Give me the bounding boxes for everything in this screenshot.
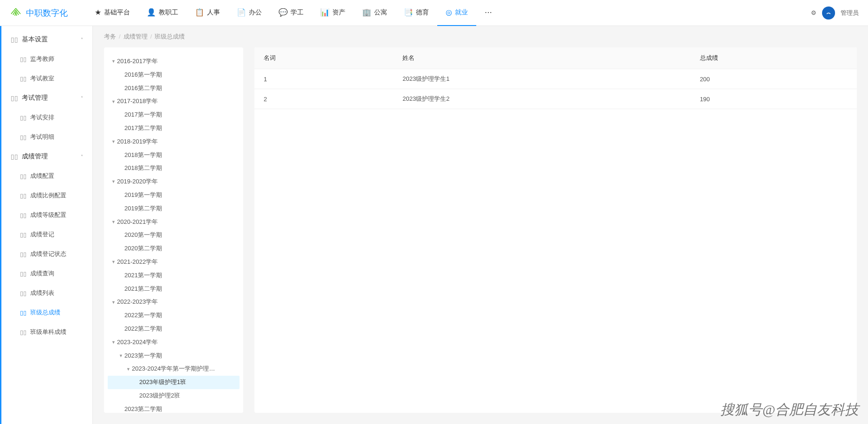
menu-title-label: 成绩管理 bbox=[22, 152, 48, 161]
tree-node[interactable]: 2023级护理2班 bbox=[108, 389, 240, 403]
tree-node[interactable]: 2022第一学期 bbox=[108, 309, 240, 322]
breadcrumb-item-0[interactable]: 考务 bbox=[104, 33, 116, 40]
tree-node[interactable]: ▼2023-2024学年第一学期护理… bbox=[108, 362, 240, 376]
top-nav-item-8[interactable]: ◎就业 bbox=[437, 0, 476, 26]
menu-item-label: 成绩等级配置 bbox=[30, 211, 66, 219]
logo[interactable]: 中职数字化 bbox=[9, 7, 68, 20]
tree-label-text: 2016第一学期 bbox=[124, 70, 162, 80]
user-name[interactable]: 管理员 bbox=[841, 9, 859, 17]
table-cell-score: 200 bbox=[691, 69, 857, 89]
avatar[interactable] bbox=[822, 7, 835, 20]
nav-label: 资产 bbox=[332, 8, 345, 17]
caret-down-icon: ▼ bbox=[111, 299, 117, 306]
tree-node[interactable]: 2018第一学期 bbox=[108, 149, 240, 162]
menu-item-1-0[interactable]: ▯▯考试安排 bbox=[1, 108, 92, 127]
book-icon: ▯▯ bbox=[20, 329, 26, 336]
tree-node[interactable]: 2016第二学期 bbox=[108, 82, 240, 95]
menu-group-0[interactable]: ▯▯基本设置˄ bbox=[1, 30, 92, 49]
nav-icon: ◎ bbox=[446, 8, 452, 17]
tree-node[interactable]: 2023第二学期 bbox=[108, 403, 240, 413]
top-nav-item-0[interactable]: ★基础平台 bbox=[86, 0, 138, 26]
tree-label-text: 2021-2022学年 bbox=[117, 257, 158, 267]
tree-label-text: 2022第二学期 bbox=[124, 324, 162, 334]
table-col-1: 姓名 bbox=[393, 47, 690, 69]
menu-item-2-6[interactable]: ▯▯成绩列表 bbox=[1, 283, 92, 303]
tree-node[interactable]: ▼2018-2019学年 bbox=[108, 135, 240, 149]
top-nav-item-1[interactable]: 👤教职工 bbox=[138, 0, 187, 26]
top-nav-item-3[interactable]: 📄办公 bbox=[228, 0, 270, 26]
tree-node[interactable]: ▼2019-2020学年 bbox=[108, 175, 240, 189]
menu-item-2-0[interactable]: ▯▯成绩配置 bbox=[1, 166, 92, 186]
tree-node[interactable]: 2019第一学期 bbox=[108, 189, 240, 202]
tree-label-text: 2022第一学期 bbox=[124, 311, 162, 320]
nav-label: 教职工 bbox=[159, 8, 178, 17]
book-icon: ▯▯ bbox=[20, 173, 26, 180]
tree-label-text: 2023第二学期 bbox=[124, 404, 162, 413]
table-cell-index: 1 bbox=[254, 69, 393, 89]
tree-node[interactable]: 2021第一学期 bbox=[108, 269, 240, 282]
tree-node[interactable]: ▼2022-2023学年 bbox=[108, 295, 240, 309]
tree-node[interactable]: ▼2020-2021学年 bbox=[108, 215, 240, 229]
menu-item-2-1[interactable]: ▯▯成绩比例配置 bbox=[1, 186, 92, 205]
menu-item-label: 班级单科成绩 bbox=[30, 328, 66, 336]
menu-item-label: 班级总成绩 bbox=[30, 308, 60, 317]
menu-item-2-2[interactable]: ▯▯成绩等级配置 bbox=[1, 205, 92, 225]
tree-label-text: 2021第一学期 bbox=[124, 271, 162, 280]
tree-node[interactable]: ▼2016-2017学年 bbox=[108, 55, 240, 68]
menu-item-label: 考试教室 bbox=[30, 74, 54, 83]
top-nav-item-9[interactable]: ⋯ bbox=[476, 0, 500, 26]
caret-down-icon: ▼ bbox=[111, 98, 117, 105]
breadcrumb-item-2: 班级总成绩 bbox=[155, 33, 185, 40]
menu-item-0-1[interactable]: ▯▯考试教室 bbox=[1, 69, 92, 88]
caret-down-icon: ▼ bbox=[111, 178, 117, 185]
menu-item-2-3[interactable]: ▯▯成绩登记 bbox=[1, 225, 92, 244]
table-row[interactable]: 12023级护理学生1200 bbox=[254, 69, 857, 89]
top-nav-item-7[interactable]: 📑德育 bbox=[395, 0, 437, 26]
menu-item-1-1[interactable]: ▯▯考试明细 bbox=[1, 127, 92, 147]
tree-node[interactable]: ▼2021-2022学年 bbox=[108, 255, 240, 269]
menu-item-2-4[interactable]: ▯▯成绩登记状态 bbox=[1, 244, 92, 264]
tree-node[interactable]: 2022第二学期 bbox=[108, 322, 240, 336]
top-nav-item-2[interactable]: 📋人事 bbox=[187, 0, 228, 26]
tree-label-text: 2023第一学期 bbox=[124, 351, 162, 361]
menu-item-2-8[interactable]: ▯▯班级单科成绩 bbox=[1, 322, 92, 342]
menu-item-label: 成绩查询 bbox=[30, 269, 54, 278]
tree-node[interactable]: ▼2017-2018学年 bbox=[108, 95, 240, 108]
tree-label-text: 2020第一学期 bbox=[124, 230, 162, 240]
menu-item-2-5[interactable]: ▯▯成绩查询 bbox=[1, 264, 92, 283]
chevron-up-icon: ˄ bbox=[81, 37, 83, 42]
table-col-2: 总成绩 bbox=[691, 47, 857, 69]
tree-node[interactable]: 2018第二学期 bbox=[108, 162, 240, 175]
top-nav-item-6[interactable]: 🏢公寓 bbox=[354, 0, 395, 26]
caret-down-icon: ▼ bbox=[111, 138, 117, 145]
tree-node[interactable]: 2021第二学期 bbox=[108, 282, 240, 296]
table-row[interactable]: 22023级护理学生2190 bbox=[254, 89, 857, 109]
top-nav-item-4[interactable]: 💬学工 bbox=[270, 0, 312, 26]
tree-node[interactable]: 2017第一学期 bbox=[108, 108, 240, 122]
tree-node[interactable]: 2020第一学期 bbox=[108, 228, 240, 242]
menu-item-0-0[interactable]: ▯▯监考教师 bbox=[1, 49, 92, 69]
tree-node[interactable]: ▼2023第一学期 bbox=[108, 349, 240, 363]
nav-icon: 👤 bbox=[147, 8, 156, 17]
gear-icon[interactable]: ⚙ bbox=[811, 9, 816, 16]
book-icon: ▯▯ bbox=[11, 153, 18, 160]
menu-item-label: 考试安排 bbox=[30, 113, 54, 122]
top-nav: ★基础平台👤教职工📋人事📄办公💬学工📊资产🏢公寓📑德育◎就业⋯ bbox=[86, 0, 811, 26]
menu-group-1[interactable]: ▯▯考试管理˄ bbox=[1, 88, 92, 108]
tree-node[interactable]: ▼2023-2024学年 bbox=[108, 336, 240, 349]
tree-label-text: 2020-2021学年 bbox=[117, 217, 158, 227]
top-nav-item-5[interactable]: 📊资产 bbox=[312, 0, 354, 26]
tree-node[interactable]: 2019第二学期 bbox=[108, 202, 240, 215]
tree-label-text: 2018第二学期 bbox=[124, 163, 162, 173]
menu-item-2-7[interactable]: ▯▯班级总成绩 bbox=[1, 303, 92, 322]
tree-node[interactable]: 2020第二学期 bbox=[108, 242, 240, 255]
tree-label-text: 2017第一学期 bbox=[124, 110, 162, 120]
tree-panel: ▼2016-2017学年2016第一学期2016第二学期▼2017-2018学年… bbox=[104, 47, 243, 413]
tree-node[interactable]: 2017第二学期 bbox=[108, 122, 240, 135]
menu-group-2[interactable]: ▯▯成绩管理˄ bbox=[1, 147, 92, 166]
menu-item-label: 成绩列表 bbox=[30, 289, 54, 297]
tree-node[interactable]: 2023年级护理1班 bbox=[108, 376, 240, 389]
tree-node[interactable]: 2016第一学期 bbox=[108, 68, 240, 82]
caret-down-icon: ▼ bbox=[111, 259, 117, 265]
breadcrumb-item-1[interactable]: 成绩管理 bbox=[123, 33, 148, 40]
